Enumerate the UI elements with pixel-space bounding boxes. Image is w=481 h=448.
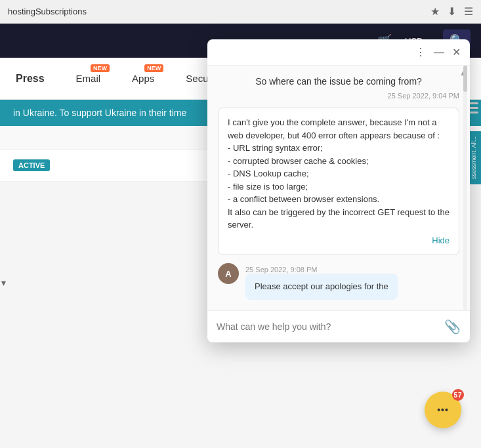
chat-minimize-icon[interactable]: —: [434, 47, 444, 58]
chat-modal: ⋮ — ✕ ▲ So where can the issue be coming…: [207, 39, 470, 342]
question-text: So where can the issue be coming from?: [218, 76, 459, 87]
status-cell: ACTIVE: [13, 159, 241, 171]
agent-avatar: A: [218, 263, 239, 284]
tab-press[interactable]: Press: [0, 58, 60, 99]
tab-email[interactable]: NEW Email: [60, 58, 117, 99]
float-chat-button[interactable]: ••• 57: [425, 392, 461, 428]
download-icon[interactable]: ⬇: [448, 5, 456, 18]
scroll-line-2: [469, 107, 478, 109]
chat-input[interactable]: [217, 321, 438, 332]
email-badge: NEW: [91, 64, 110, 72]
agent-content: 25 Sep 2022, 9:08 PM Please accept our a…: [245, 263, 398, 300]
chat-input-area: 📎: [207, 310, 470, 342]
question-message: So where can the issue be coming from?: [218, 76, 459, 87]
chat-scrollbar-thumb: [463, 66, 467, 92]
tab-apps[interactable]: NEW Apps: [116, 58, 170, 99]
attachment-icon[interactable]: 📎: [444, 319, 461, 335]
agent-response-preview: Please accept our apologies for the: [245, 274, 398, 300]
status-badge: ACTIVE: [13, 159, 50, 171]
chat-close-icon[interactable]: ✕: [452, 46, 461, 58]
answer-bubble: I can't give you the complete answer, be…: [218, 108, 459, 255]
hide-button[interactable]: Hide: [228, 234, 450, 247]
bookmark-icon[interactable]: ★: [430, 5, 440, 18]
chat-header: ⋮ — ✕: [207, 39, 470, 66]
assessment-banner[interactable]: ssessment. All...: [468, 131, 481, 184]
scroll-line-1: [469, 102, 478, 104]
chat-more-icon[interactable]: ⋮: [415, 46, 426, 58]
browser-icons: ★ ⬇ ☰: [430, 5, 473, 18]
chat-scrollbar[interactable]: [463, 66, 467, 310]
notification-badge: 57: [452, 389, 464, 401]
scroll-line-3: [469, 112, 478, 113]
answer-text: I can't give you the complete answer, be…: [228, 116, 450, 232]
float-button-label: •••: [437, 405, 449, 415]
agent-timestamp: 25 Sep 2022, 9:08 PM: [245, 266, 398, 274]
col1-header: [13, 132, 241, 142]
menu-icon[interactable]: ☰: [464, 5, 473, 18]
browser-bar: hostingSubscriptions ★ ⬇ ☰: [0, 0, 481, 24]
dropdown-arrow[interactable]: ▾: [0, 275, 9, 291]
apps-badge: NEW: [144, 64, 163, 72]
chat-body: ▲ So where can the issue be coming from?…: [207, 66, 470, 310]
question-timestamp: 25 Sep 2022, 9:04 PM: [218, 92, 459, 100]
agent-row: A 25 Sep 2022, 9:08 PM Please accept our…: [218, 263, 459, 300]
browser-url: hostingSubscriptions: [8, 7, 430, 16]
